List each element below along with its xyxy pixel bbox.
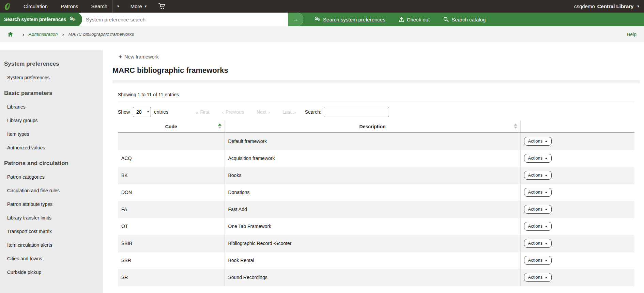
table-row: SBIB Bibliographic Record -Scooter Actio… xyxy=(118,235,634,252)
home-link[interactable] xyxy=(7,32,13,37)
table-row: Default framework Actions xyxy=(118,133,634,150)
pagination-last[interactable]: Last » xyxy=(282,109,296,115)
description-cell: One Tab Framework xyxy=(225,218,520,235)
actions-button-label: Actions xyxy=(528,190,543,195)
arrow-right-icon: → xyxy=(293,16,299,22)
actions-button[interactable]: Actions xyxy=(524,273,552,282)
actions-button[interactable]: Actions xyxy=(524,256,552,265)
nav-search[interactable]: Search xyxy=(85,0,112,13)
actions-button[interactable]: Actions xyxy=(524,222,552,231)
table-header-row: Code Description xyxy=(118,120,634,133)
actions-button[interactable]: Actions xyxy=(524,137,552,146)
table-search-input[interactable] xyxy=(324,107,389,117)
chevron-up-icon xyxy=(545,277,548,278)
breadcrumb: › Administration › MARC bibliographic fr… xyxy=(0,26,644,42)
search-type-tab[interactable]: Search system preferences ⚙⚙ xyxy=(0,13,82,26)
sidebar-item-patron-categories[interactable]: Patron categories xyxy=(4,170,99,184)
nav-search-dropdown-toggle[interactable]: ▾ xyxy=(112,0,124,13)
main-content: + New framework MARC bibliographic frame… xyxy=(103,42,644,293)
actions-button-label: Actions xyxy=(528,173,543,178)
sidebar-item-libraries[interactable]: Libraries xyxy=(4,100,99,114)
pagination-next[interactable]: Next › xyxy=(257,109,270,115)
sidebar-section-heading: Patrons and circulation xyxy=(4,160,99,167)
nav-more[interactable]: More ▾ xyxy=(124,0,153,13)
pagination-previous[interactable]: ‹ Previous xyxy=(222,109,244,115)
chevron-down-icon: ▾ xyxy=(117,4,119,8)
actions-button[interactable]: Actions xyxy=(524,239,552,248)
code-cell: FA xyxy=(118,201,225,218)
link-check-out[interactable]: Check out xyxy=(399,17,430,22)
chevron-up-icon xyxy=(545,158,548,159)
quick-links: ⚙⚙ Search system preferences Check out S… xyxy=(314,13,486,26)
breadcrumb-administration[interactable]: Administration xyxy=(29,32,58,37)
pagination-first[interactable]: « First xyxy=(196,109,210,115)
sidebar-column: System preferencesSystem preferencesBasi… xyxy=(0,42,103,293)
chevron-down-icon: ▾ xyxy=(145,4,147,8)
code-cell: SBR xyxy=(118,252,225,269)
chevron-double-right-icon: » xyxy=(293,109,296,115)
table-summary: Showing 1 to 11 of 11 entries xyxy=(118,92,634,97)
page-title: MARC bibliographic frameworks xyxy=(112,66,640,75)
actions-button-label: Actions xyxy=(528,224,543,229)
sort-icon xyxy=(218,124,221,129)
cart-button[interactable] xyxy=(153,0,171,13)
table-row: FA Fast Add Actions xyxy=(118,201,634,218)
sidebar-item-patron-attribute-types[interactable]: Patron attribute types xyxy=(4,197,99,211)
sidebar-item-system-preferences[interactable]: System preferences xyxy=(4,71,99,84)
description-cell: Sound Recordings xyxy=(225,269,520,286)
actions-button[interactable]: Actions xyxy=(524,205,552,214)
actions-button[interactable]: Actions xyxy=(524,154,552,163)
user-menu[interactable]: csqdemo Central Library ▾ xyxy=(574,0,639,13)
sidebar-item-item-types[interactable]: Item types xyxy=(4,127,99,141)
koha-logo[interactable] xyxy=(0,0,17,13)
column-header-description[interactable]: Description xyxy=(225,120,520,133)
nav-more-label: More xyxy=(131,3,142,9)
nav-circulation[interactable]: Circulation xyxy=(17,0,54,13)
home-icon xyxy=(7,32,13,37)
chevron-right-icon: › xyxy=(268,109,270,115)
system-preference-search-input[interactable] xyxy=(76,13,288,26)
sidebar-item-circulation-and-fine-rules[interactable]: Circulation and fine rules xyxy=(4,184,99,197)
link-search-system-preferences[interactable]: ⚙⚙ Search system preferences xyxy=(314,16,385,22)
nav-patrons[interactable]: Patrons xyxy=(54,0,85,13)
code-cell xyxy=(118,133,225,150)
sidebar-item-item-circulation-alerts[interactable]: Item circulation alerts xyxy=(4,238,99,252)
column-header-actions xyxy=(520,120,634,133)
sidebar-item-curbside-pickup[interactable]: Curbside pickup xyxy=(4,265,99,279)
pagination: « First ‹ Previous Next › Last » xyxy=(196,109,296,115)
sidebar-item-library-transfer-limits[interactable]: Library transfer limits xyxy=(4,211,99,225)
description-cell: Bibliographic Record -Scooter xyxy=(225,235,520,252)
code-cell: SR xyxy=(118,269,225,286)
help-link[interactable]: Help xyxy=(627,32,637,37)
logged-in-user: csqdemo xyxy=(574,3,595,9)
sidebar-item-library-groups[interactable]: Library groups xyxy=(4,114,99,127)
code-cell: DON xyxy=(118,184,225,201)
new-framework-button[interactable]: + New framework xyxy=(119,53,159,60)
description-cell: Books xyxy=(225,167,520,184)
table-row: DON Donations Actions xyxy=(118,184,634,201)
show-label: Show xyxy=(118,109,130,115)
link-search-catalog[interactable]: Search catalog xyxy=(443,17,486,22)
column-header-code[interactable]: Code xyxy=(118,120,225,133)
chevron-up-icon xyxy=(545,192,548,193)
actions-button[interactable]: Actions xyxy=(524,188,552,197)
table-row: OT One Tab Framework Actions xyxy=(118,218,634,235)
gears-icon: ⚙⚙ xyxy=(69,16,76,22)
sidebar-item-transport-cost-matrix[interactable]: Transport cost matrix xyxy=(4,225,99,238)
sidebar-section-heading: Basic parameters xyxy=(4,90,99,97)
chevron-up-icon xyxy=(545,209,548,210)
page-length-select[interactable]: 20 xyxy=(133,107,151,117)
actions-button[interactable]: Actions xyxy=(524,171,552,180)
table-search: Search: xyxy=(305,107,389,117)
magnifier-icon xyxy=(443,17,449,22)
search-pill: → xyxy=(76,13,303,26)
sidebar-item-authorized-values[interactable]: Authorized values xyxy=(4,141,99,154)
koha-leaf-icon xyxy=(3,2,11,11)
search-submit-button[interactable]: → xyxy=(288,13,303,26)
chevron-up-icon xyxy=(545,175,548,176)
sidebar-item-cities-and-towns[interactable]: Cities and towns xyxy=(4,252,99,265)
actions-button-label: Actions xyxy=(528,207,543,212)
chevron-down-icon: ▾ xyxy=(637,4,639,8)
search-band: Search system preferences ⚙⚙ → ⚙⚙ Search… xyxy=(0,13,644,26)
frameworks-table: Code Description xyxy=(118,120,634,286)
